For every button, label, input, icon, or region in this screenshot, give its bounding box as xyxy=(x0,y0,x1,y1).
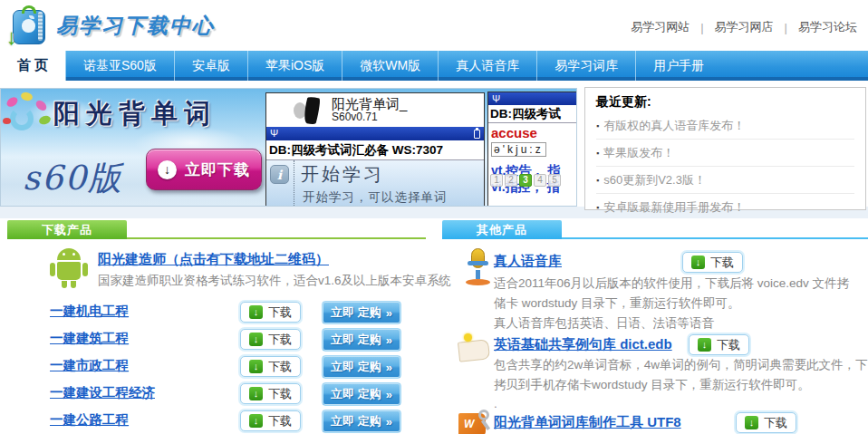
other-link-sentence-lib[interactable]: 英语基础共享例句库 dict.edb xyxy=(494,336,672,353)
promo-banner[interactable]: 阳光背单词 s60版 ↓ 立即下载 阳光背单词_ S60v0.71 Ψ DB:四… xyxy=(0,88,577,207)
link-store[interactable]: 易学习网店 xyxy=(715,19,774,35)
product-link-builder[interactable]: 阳光建造师（点击有下载地址二维码） xyxy=(98,251,329,268)
page-button-3-active[interactable]: 3 xyxy=(519,174,532,187)
download-button[interactable]: ↓下载 xyxy=(240,383,301,404)
chevron-right-icon: » xyxy=(386,333,392,347)
download-button[interactable]: ↓下载 xyxy=(240,302,301,323)
phone-screenshot-2: Ψ DB:四级考试 accuse ə'kju:z vt.控告， 指 vi.指控，… xyxy=(487,92,577,207)
tool-book-icon: W xyxy=(457,410,491,434)
order-button[interactable]: 立即 定购» xyxy=(322,382,401,406)
download-arrow-icon: ↓ xyxy=(249,360,263,373)
antenna-icon: Ψ xyxy=(492,92,500,106)
banner-title: 阳光背单词 xyxy=(53,96,217,132)
header-links: 易学习网站 | 易学习网店 | 易学习论坛 xyxy=(631,19,857,35)
update-item[interactable]: ▪安卓版最新使用手册发布！ xyxy=(596,194,854,220)
download-row: 一建市政工程 ↓下载 立即 定购» xyxy=(0,353,435,379)
order-button[interactable]: 立即 定购» xyxy=(322,355,401,379)
phone-screenshot-1: 阳光背单词_ S60v0.71 Ψ DB:四级考试词汇必备 WS:7307 i … xyxy=(265,92,485,207)
order-button[interactable]: 立即 定购» xyxy=(322,301,401,324)
page-button-4[interactable]: 4 xyxy=(534,174,546,187)
order-label: 立即 定购 xyxy=(331,332,381,348)
download-label: 下载 xyxy=(764,415,787,431)
dictionary-word: accuse xyxy=(491,125,577,140)
info-icon: i xyxy=(270,165,289,184)
update-item[interactable]: ▪有版权的真人语音库发布！ xyxy=(596,112,854,140)
update-item[interactable]: ▪s60更新到V2.3版！ xyxy=(596,167,854,194)
antenna-icon: Ψ xyxy=(270,127,278,140)
link-website[interactable]: 易学习网站 xyxy=(631,19,690,35)
nav-tab-voice-lib[interactable]: 真人语音库 xyxy=(438,51,536,81)
link-forum[interactable]: 易学习论坛 xyxy=(798,19,857,35)
order-button[interactable]: 立即 定购» xyxy=(322,410,401,433)
other-description: 真人语音库包括英语、日语、法语等语音 xyxy=(494,315,714,332)
item-link-municipal[interactable]: 一建市政工程 xyxy=(50,357,129,374)
microphone-icon xyxy=(460,248,497,286)
db-status-line: DB:四级考试 xyxy=(488,105,577,123)
nav-tab-dict-lib[interactable]: 易学习词库 xyxy=(536,51,635,81)
download-arrow-icon: ↓ xyxy=(698,338,711,352)
menu-item-start-study: 开始学习 xyxy=(301,162,384,187)
other-description: 储卡 wordstudy 目录下，重新运行软件即可。 xyxy=(494,295,740,312)
chevron-right-icon: » xyxy=(386,306,392,320)
updates-title: 最近更新: xyxy=(596,94,854,111)
banner-subtitle: s60版 xyxy=(23,156,123,201)
download-button[interactable]: ↓下载 xyxy=(240,410,301,431)
site-title: 易学习下载中心 xyxy=(56,12,215,40)
nav-tab-ios[interactable]: 苹果iOS版 xyxy=(247,51,342,81)
app-title: 阳光背单词_ xyxy=(332,96,407,111)
app-logo-icon xyxy=(292,97,323,124)
nav-tab-nokia-s60[interactable]: 诺基亚S60版 xyxy=(65,51,174,81)
bullet-icon: ▪ xyxy=(596,149,599,158)
order-label: 立即 定购 xyxy=(331,413,381,429)
update-text: 安卓版最新使用手册发布！ xyxy=(603,200,745,214)
other-description: . xyxy=(494,397,497,410)
link-separator: | xyxy=(785,21,787,34)
item-link-mechanical[interactable]: 一建机电工程 xyxy=(50,303,129,320)
other-link-dict-tool[interactable]: 阳光背单词词库制作工具 UTF8 xyxy=(494,414,681,431)
download-row: 一建建筑工程 ↓下载 立即 定购» xyxy=(0,326,435,352)
order-button[interactable]: 立即 定购» xyxy=(322,328,401,352)
page-button-2[interactable]: 2 xyxy=(505,174,517,187)
download-arrow-icon: ↓ xyxy=(249,305,263,319)
download-arrow-icon: ↓ xyxy=(6,24,17,50)
download-button[interactable]: ↓下载 xyxy=(736,412,796,433)
download-label: 下载 xyxy=(710,255,734,271)
download-arrow-icon: ↓ xyxy=(745,416,758,429)
tab-other-products[interactable]: 其他产品 xyxy=(442,220,562,239)
download-label: 下载 xyxy=(268,304,292,321)
nav-tab-manual[interactable]: 用户手册 xyxy=(635,51,721,81)
banner-download-label: 立即下载 xyxy=(185,159,250,180)
download-button[interactable]: ↓下载 xyxy=(240,356,301,377)
battery-icon xyxy=(474,130,480,139)
nav-tab-android[interactable]: 安卓版 xyxy=(174,51,247,81)
db-status-line: DB:四级考试词汇必备 WS:7307 xyxy=(266,140,484,160)
other-description: 包含共享的约2w单词音标，4w单词的例句，简明词典需要此文件，下 xyxy=(494,357,868,373)
item-link-highway[interactable]: 一建公路工程 xyxy=(50,411,129,429)
other-link-voice-lib[interactable]: 真人语音库 xyxy=(494,253,562,270)
download-label: 下载 xyxy=(268,332,292,348)
download-row: 一建公路工程 ↓下载 立即 定购» xyxy=(0,408,435,433)
order-label: 立即 定购 xyxy=(331,359,381,375)
download-button[interactable]: ↓下载 xyxy=(240,329,301,350)
update-text: s60更新到V2.3版！ xyxy=(603,173,706,187)
page-button-5[interactable]: 5 xyxy=(548,174,561,187)
chevron-right-icon: » xyxy=(386,388,392,401)
banner-download-button[interactable]: ↓ 立即下载 xyxy=(146,149,262,190)
item-link-architecture[interactable]: 一建建筑工程 xyxy=(50,330,129,347)
download-button[interactable]: ↓下载 xyxy=(682,252,743,273)
site-logo[interactable]: ↓ 易学习下载中心 xyxy=(7,5,215,46)
tab-download-products[interactable]: 下载产品 xyxy=(7,220,127,239)
chevron-right-icon: » xyxy=(386,361,392,374)
download-arrow-icon: ↓ xyxy=(249,387,263,400)
update-item[interactable]: ▪苹果版发布！ xyxy=(596,140,854,167)
download-button[interactable]: ↓下载 xyxy=(689,334,749,355)
nav-tab-wm[interactable]: 微软WM版 xyxy=(342,51,438,81)
backpack-logo-icon: ↓ xyxy=(7,5,49,46)
item-link-economics[interactable]: 一建建设工程经济 xyxy=(50,384,155,401)
page-button-1[interactable]: 1 xyxy=(490,174,503,187)
nav-tab-home[interactable]: 首 页 xyxy=(0,51,65,81)
order-label: 立即 定购 xyxy=(331,304,381,321)
main-nav: 首 页 诺基亚S60版 安卓版 苹果iOS版 微软WM版 真人语音库 易学习词库… xyxy=(0,51,868,81)
phonetic-text: ə'kju:z xyxy=(491,142,546,157)
bullet-icon: ▪ xyxy=(596,121,599,130)
